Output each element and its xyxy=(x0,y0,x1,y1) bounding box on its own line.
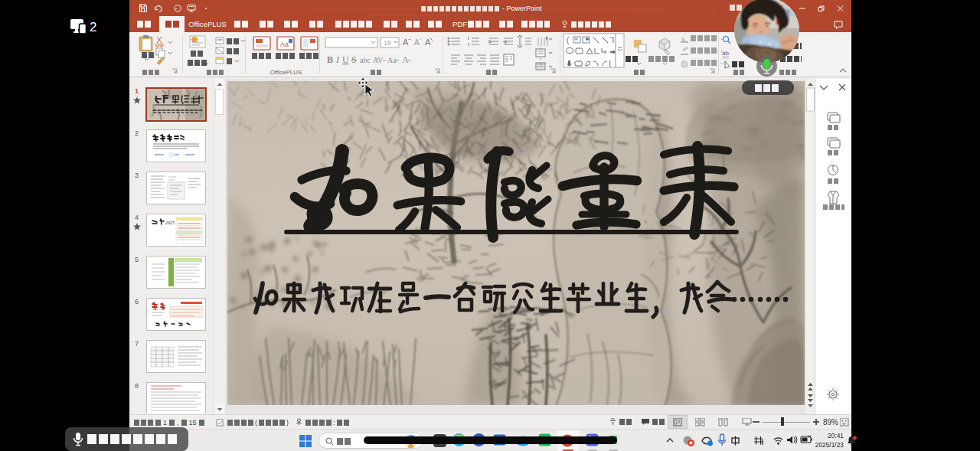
svg-text:Aˉ: Aˉ xyxy=(403,38,411,47)
svg-text:2025: 2025 xyxy=(165,221,175,225)
svg-text:Aa: Aa xyxy=(387,56,397,64)
svg-text:ab: ab xyxy=(722,50,729,57)
svg-text:A: A xyxy=(402,54,409,65)
svg-text:S: S xyxy=(351,54,357,65)
svg-text:A: A xyxy=(425,38,431,47)
svg-text:Aˋ: Aˋ xyxy=(414,38,422,47)
svg-text:U: U xyxy=(342,54,349,65)
svg-text:B: B xyxy=(327,54,333,65)
svg-text:abc: abc xyxy=(360,56,371,64)
svg-text:18: 18 xyxy=(384,39,391,47)
svg-text:Aa: Aa xyxy=(280,41,289,48)
svg-text:AV: AV xyxy=(373,56,384,64)
svg-text:2: 2 xyxy=(90,20,96,34)
svg-text:I: I xyxy=(335,54,340,65)
